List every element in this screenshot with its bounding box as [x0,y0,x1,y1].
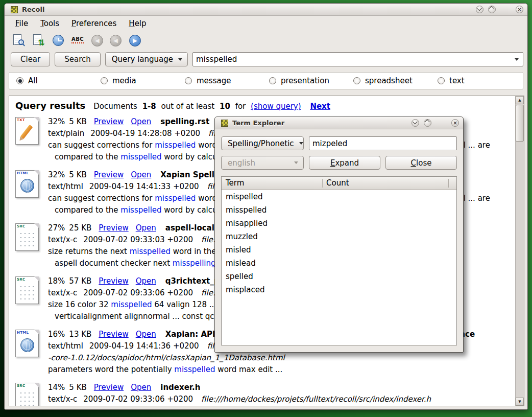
chevron-down-icon [477,6,482,11]
clear-button[interactable]: Clear [11,52,50,66]
filter-presentation[interactable]: presentation [269,76,353,85]
sort-parameters-icon[interactable]: ⇅ [32,34,45,47]
file-size: 5 KB [69,383,86,392]
for-label: for [235,102,246,111]
radio-icon [438,77,445,84]
preview-link[interactable]: Preview [94,383,124,392]
open-link[interactable]: Open [131,383,151,392]
open-link[interactable]: Open [136,276,156,286]
close-button[interactable]: × [516,6,523,13]
chevron-up-icon [425,119,430,124]
menu-preferences[interactable]: Preferences [66,17,122,30]
close-dialog-button[interactable]: Close [385,156,457,170]
results-summary: Documents 1-8 out of at least 10 for (sh… [93,102,333,111]
relevance-percent: 18% [48,276,65,286]
mime-type: text/x-c [48,235,77,244]
previous-page-button[interactable]: ◀ [110,35,122,47]
file-size: 5 KB [69,170,86,179]
combo-arrow-icon [294,161,298,164]
open-link[interactable]: Open [131,170,151,179]
next-page-button[interactable]: ▶ [129,35,141,47]
highlighted-term: misspelled [155,194,196,203]
term-row[interactable]: mislead [222,257,456,270]
term-row[interactable]: misspelled [222,203,456,217]
src-file-icon: SRC [15,223,39,251]
open-link[interactable]: Open [131,117,151,126]
query-language-combo[interactable]: Query language [105,52,188,66]
preview-link[interactable]: Preview [99,276,128,286]
search-button[interactable]: Search [55,52,101,66]
expansion-mode-combo[interactable]: Spelling/Phonetic [221,136,304,150]
combo-arrow-icon [299,142,303,145]
term-row[interactable]: mispelled [222,190,456,203]
filter-spreadsheet[interactable]: spreadsheet [353,76,438,85]
term-row[interactable]: misapplied [222,217,456,230]
file-path: file:///home/dockes/projets/fulltext/rec… [201,395,431,404]
src-file-icon: SRC [15,276,39,304]
count-column-header: Count [326,178,349,188]
toolbar: ⇅ ABC ◀ ◀ ▶ [5,31,527,50]
src-file-icon: SRC [15,383,39,406]
dialog-title-bar[interactable]: Term Explorer × [215,117,463,129]
dialog-maximize-button[interactable] [424,119,431,127]
combo-arrow-icon [178,58,182,61]
documents-label: Documents [93,102,137,111]
filter-message[interactable]: message [185,76,269,85]
result-title: spelling.rst [160,117,209,126]
preview-link[interactable]: Preview [94,170,124,179]
term-row[interactable]: spelled [222,270,456,283]
file-size: 5 KB [69,117,86,126]
show-query-link[interactable]: (show query) [251,102,301,111]
first-page-button[interactable]: ◀ [91,35,103,47]
dialog-shade-button[interactable] [412,119,419,127]
open-link[interactable]: Open [136,223,156,233]
scroll-down-button[interactable]: ▼ [516,398,524,406]
document-preview-icon[interactable] [12,34,25,47]
preview-link[interactable]: Preview [99,330,128,339]
preview-link[interactable]: Preview [94,117,124,126]
chevron-down-icon [413,119,418,124]
file-size: 25 KB [69,223,91,233]
filter-media[interactable]: media [101,76,185,85]
highlighted-term: misspelled [111,300,152,309]
open-link[interactable]: Open [136,330,156,339]
dialog-title: Term Explorer [232,119,284,127]
query-history-arrow-icon[interactable] [515,58,519,61]
dialog-close-button[interactable]: × [451,119,459,127]
term-explorer-icon[interactable]: ABC [71,34,85,47]
snippet-line: parameters word the potentially misspell… [48,364,515,376]
title-bar[interactable]: Recoll × [5,4,527,16]
query-input[interactable] [196,55,515,64]
filter-all[interactable]: All [16,76,101,85]
code-dots-icon [19,285,36,301]
snippet-text: word max edit ... [215,365,283,374]
term-input[interactable] [309,136,457,150]
shade-button[interactable] [476,6,483,13]
filter-text[interactable]: text [438,76,522,85]
term-row[interactable]: misplaced [222,283,456,296]
maximize-button[interactable] [488,6,496,13]
snippet-text: compared to the [55,152,120,161]
dialog-row-2: english Expand Close [221,156,457,170]
doc-date: 2009-07-02 09:33:03 +0200 [83,235,193,244]
highlighted-term: misspelled [130,247,171,256]
menu-help[interactable]: Help [123,17,152,30]
next-page-link[interactable]: Next [310,102,330,111]
scroll-thumb[interactable] [516,105,524,142]
mime-type: text/x-c [48,395,77,404]
term-row[interactable]: muzzled [222,230,456,243]
html-file-icon: HTML [15,170,39,198]
documents-total: 10 [220,102,230,111]
menu-file[interactable]: File [10,17,34,30]
results-scrollbar[interactable]: ▲ ▼ [515,96,524,406]
file-type-label: SRC [17,277,25,282]
term-table-header[interactable]: Term Count [222,177,456,190]
scroll-up-button[interactable]: ▲ [516,96,524,104]
expand-button[interactable]: Expand [309,156,380,170]
term-row[interactable]: misled [222,243,456,257]
preview-link[interactable]: Preview [99,223,128,233]
dialog-window-buttons: × [412,119,459,127]
menu-tools[interactable]: Tools [35,17,65,30]
history-icon[interactable] [52,34,65,47]
result-meta: text/x-c2009-07-02 09:33:06 +0200file://… [48,393,515,405]
